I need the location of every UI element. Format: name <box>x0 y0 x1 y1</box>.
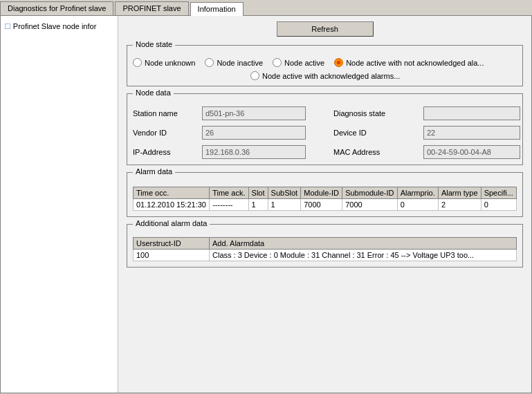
add-alarm-cell-data: Class : 3 Device : 0 Module : 31 Channel… <box>210 250 517 261</box>
diagnosis-state-label: Diagnosis state <box>333 109 423 118</box>
add-alarm-col-userstruct: Userstruct-ID <box>134 238 210 250</box>
alarm-cell-alarm-type: 2 <box>438 199 481 211</box>
alarm-table-row: 01.12.2010 15:21:30 -------- 1 1 7000 70… <box>134 199 517 211</box>
station-name-label: Station name <box>133 109 202 118</box>
additional-alarm-data-box: Additional alarm data Userstruct-ID Add.… <box>127 224 523 268</box>
tab-diagnostics[interactable]: Diagnostics for Profinet slave <box>0 1 113 15</box>
radio-node-active-ack[interactable]: Node active with acknowledged alarms... <box>250 71 400 80</box>
alarm-col-module-id: Module-ID <box>301 187 342 199</box>
alarm-cell-subslot: 1 <box>268 199 301 211</box>
add-alarm-header: Userstruct-ID Add. Alarmdata <box>134 238 517 250</box>
alarm-cell-module-id: 7000 <box>301 199 342 211</box>
radio-label-active-not-ack: Node active with not acknowledged ala... <box>346 59 484 67</box>
vendor-id-label: Vendor ID <box>133 129 202 137</box>
radio-circle-active <box>273 58 282 67</box>
node-state-legend: Node state <box>133 40 175 48</box>
alarm-cell-specific: 0 <box>481 199 516 211</box>
radio-circle-unknown <box>133 58 142 67</box>
alarm-data-legend: Alarm data <box>133 167 175 176</box>
alarm-cell-time-occ: 01.12.2010 15:21:30 <box>134 199 210 211</box>
alarm-cell-submodule-id: 7000 <box>342 199 398 211</box>
additional-alarm-table: Userstruct-ID Add. Alarmdata 100 Class :… <box>133 237 517 261</box>
mac-address-label: MAC Address <box>333 148 423 156</box>
alarm-col-time-ack: Time ack. <box>210 187 248 199</box>
alarm-data-box: Alarm data Time occ. Time ack. Slot SubS… <box>127 172 523 217</box>
diagnosis-state-input[interactable] <box>423 106 520 120</box>
add-alarm-cell-userstruct: 100 <box>134 250 210 261</box>
device-id-input[interactable] <box>423 126 520 140</box>
alarm-table: Time occ. Time ack. Slot SubSlot Module-… <box>133 187 517 211</box>
radio-label-unknown: Node unknown <box>145 59 195 67</box>
ip-address-label: IP-Address <box>133 148 202 156</box>
tab-profinet-slave[interactable]: PROFINET slave <box>115 1 188 15</box>
radio-node-active-not-ack[interactable]: Node active with not acknowledged ala... <box>334 58 484 67</box>
radio-node-unknown[interactable]: Node unknown <box>133 58 195 67</box>
vendor-id-input[interactable] <box>202 126 306 140</box>
radio-circle-active-not-ack <box>334 58 343 67</box>
alarm-col-alarmprio: Alarmprio. <box>397 187 438 199</box>
alarm-col-specific: Specifi... <box>481 187 516 199</box>
radio-node-active[interactable]: Node active <box>273 58 324 67</box>
node-data-legend: Node data <box>133 88 174 97</box>
main-content: □ Profinet Slave node infor Refresh Node… <box>0 16 532 393</box>
radio-circle-inactive <box>205 58 214 67</box>
refresh-row: Refresh <box>127 21 523 37</box>
add-alarm-row: 100 Class : 3 Device : 0 Module : 31 Cha… <box>134 250 517 261</box>
add-alarm-col-data: Add. Alarmdata <box>210 238 517 250</box>
node-state-box: Node state Node unknown Node inactive No… <box>127 45 523 86</box>
alarm-col-submodule-id: Submodule-ID <box>342 187 398 199</box>
device-id-label: Device ID <box>333 129 423 137</box>
content-area: Refresh Node state Node unknown Node ina… <box>118 16 531 393</box>
radio-label-active: Node active <box>284 59 324 67</box>
refresh-button[interactable]: Refresh <box>277 21 374 37</box>
node-state-options: Node unknown Node inactive Node active N… <box>133 51 517 80</box>
sidebar: □ Profinet Slave node infor <box>1 16 118 393</box>
alarm-table-header: Time occ. Time ack. Slot SubSlot Module-… <box>134 187 517 199</box>
radio-circle-active-ack <box>250 71 259 80</box>
alarm-col-subslot: SubSlot <box>268 187 301 199</box>
station-name-input[interactable] <box>202 106 306 120</box>
radio-node-inactive[interactable]: Node inactive <box>205 58 263 67</box>
radio-label-active-ack: Node active with acknowledged alarms... <box>262 72 400 80</box>
node-icon: □ <box>5 21 10 31</box>
mac-address-input[interactable] <box>423 145 520 159</box>
sidebar-item-node[interactable]: □ Profinet Slave node infor <box>1 19 118 33</box>
node-data-box: Node data Station name Diagnosis state V… <box>127 93 523 165</box>
tab-bar: Diagnostics for Profinet slave PROFINET … <box>0 0 532 16</box>
alarm-col-slot: Slot <box>248 187 268 199</box>
alarm-col-time-occ: Time occ. <box>134 187 210 199</box>
alarm-data-content: Time occ. Time ack. Slot SubSlot Module-… <box>133 178 517 211</box>
ip-address-input[interactable] <box>202 145 306 159</box>
alarm-cell-alarmprio: 0 <box>397 199 438 211</box>
alarm-col-alarm-type: Alarm type <box>438 187 481 199</box>
alarm-cell-slot: 1 <box>248 199 268 211</box>
tab-information[interactable]: Information <box>190 2 244 16</box>
sidebar-item-label: Profinet Slave node infor <box>13 22 96 30</box>
additional-alarm-legend: Additional alarm data <box>133 219 210 227</box>
radio-label-inactive: Node inactive <box>217 59 263 67</box>
alarm-cell-time-ack: -------- <box>210 199 248 211</box>
